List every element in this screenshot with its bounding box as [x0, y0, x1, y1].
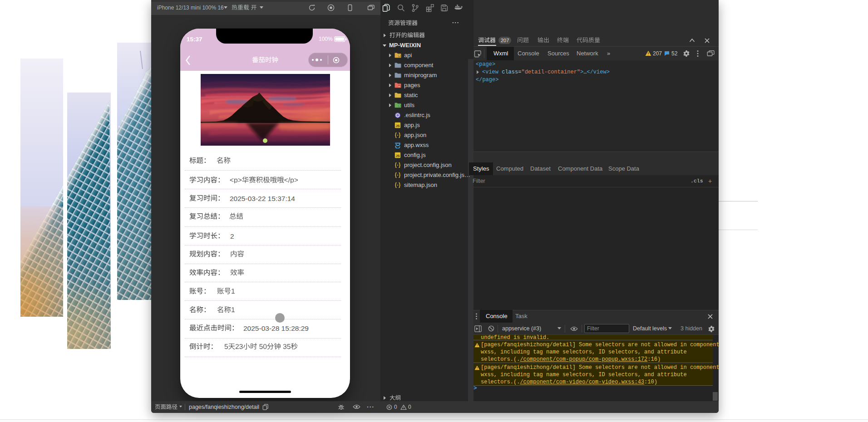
svg-text:JS: JS	[395, 124, 399, 128]
svg-text:#: #	[399, 54, 400, 57]
svg-text:+: +	[399, 104, 400, 108]
svg-text:JS: JS	[395, 154, 399, 158]
